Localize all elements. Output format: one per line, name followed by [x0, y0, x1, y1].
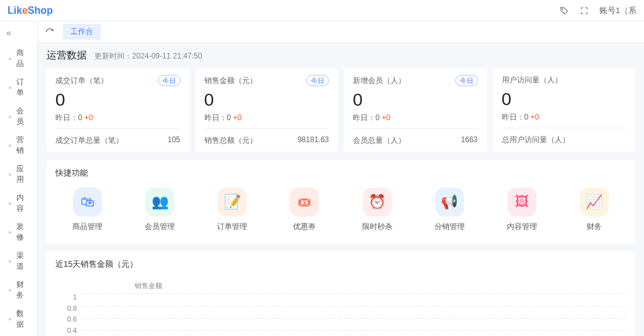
card-foot-value: 1663 [461, 135, 478, 146]
card-value: 0 [55, 90, 180, 110]
shortcuts-title: 快捷功能 [55, 167, 626, 179]
card-value: 0 [353, 90, 478, 110]
shortcut-1[interactable]: 👥会员管理 [131, 188, 188, 232]
sidebar-item-6[interactable]: ▫装修 [0, 218, 37, 247]
account-label[interactable]: 账号1（系 [599, 5, 636, 16]
shortcut-icon: 📢 [435, 188, 464, 216]
sidebar-icon: ▫ [6, 113, 14, 120]
card-yesterday: 昨日：0 +0 [204, 113, 330, 123]
sidebar-icon: ▫ [6, 142, 14, 149]
shortcut-4[interactable]: ⏰限时秒杀 [349, 188, 406, 232]
shortcut-label: 订单管理 [217, 221, 247, 232]
sidebar-item-label: 内容 [16, 193, 31, 214]
sidebar-item-4[interactable]: ▫应用 [0, 160, 37, 189]
shortcut-3[interactable]: 🎟优惠券 [276, 188, 333, 232]
fullscreen-icon[interactable] [579, 6, 589, 16]
sidebar-icon: ▫ [6, 286, 14, 294]
stat-card-1: 销售金额（元）今日0昨日：0 +0销售总额（元）98181.63 [196, 69, 338, 152]
shortcut-icon: 🖼 [508, 188, 536, 216]
card-yesterday: 昨日：0 +0 [502, 112, 627, 123]
today-badge: 今日 [306, 75, 329, 86]
card-foot-label: 总用户访问量（人） [502, 135, 570, 145]
sidebar-item-label: 订单 [16, 77, 31, 98]
sidebar-item-label: 会员 [16, 106, 31, 127]
sidebar-item-label: 应用 [16, 164, 31, 185]
shortcut-5[interactable]: 📢分销管理 [421, 188, 478, 232]
shortcut-label: 会员管理 [145, 221, 175, 232]
sidebar-icon: ▫ [6, 199, 14, 207]
shortcuts-row: 🛍商品管理👥会员管理📝订单管理🎟优惠券⏰限时秒杀📢分销管理🖼内容管理📈财务 [55, 188, 626, 236]
shortcut-icon: 🎟 [290, 188, 319, 216]
logo-part-l: Lik [8, 5, 22, 16]
sidebar-icon: ▫ [6, 171, 14, 178]
shortcut-label: 限时秒杀 [362, 221, 392, 232]
shortcut-label: 内容管理 [507, 221, 537, 232]
shortcut-0[interactable]: 🛍商品管理 [59, 188, 116, 232]
sidebar-collapse-button[interactable]: « [0, 25, 37, 44]
shortcuts-panel: 快捷功能 🛍商品管理👥会员管理📝订单管理🎟优惠券⏰限时秒杀📢分销管理🖼内容管理📈… [47, 160, 635, 244]
stat-card-0: 成交订单（笔）今日0昨日：0 +0成交订单总量（笔）105 [47, 69, 189, 152]
sidebar-item-2[interactable]: ▫会员 [0, 102, 37, 131]
shortcut-label: 优惠券 [293, 221, 316, 232]
shortcut-2[interactable]: 📝订单管理 [204, 188, 260, 232]
tab-workbench[interactable]: 工作台 [63, 24, 101, 40]
sidebar-icon: ▫ [6, 257, 14, 265]
card-title: 用户访问量（人） [502, 75, 562, 86]
card-value: 0 [502, 89, 627, 109]
card-title: 销售金额（元） [204, 76, 257, 86]
shortcut-icon: ⏰ [363, 188, 392, 216]
sidebar-item-label: 财务 [16, 279, 31, 301]
chart-title: 近15天销售金额（元） [55, 259, 626, 270]
sidebar-item-5[interactable]: ▫内容 [0, 189, 37, 218]
overview-title: 运营数据 [47, 49, 87, 62]
shortcut-6[interactable]: 🖼内容管理 [494, 188, 550, 232]
tag-icon[interactable] [559, 6, 569, 16]
sidebar-item-8[interactable]: ▫财务 [0, 276, 37, 305]
sidebar-item-9[interactable]: ▫数据 [0, 305, 37, 333]
sidebar-item-7[interactable]: ▫渠道 [0, 247, 37, 276]
overview-cards: 成交订单（笔）今日0昨日：0 +0成交订单总量（笔）105销售金额（元）今日0昨… [47, 69, 635, 152]
card-title: 成交订单（笔） [55, 76, 108, 86]
stat-card-3: 用户访问量（人）0昨日：0 +0总用户访问量（人） [493, 69, 636, 152]
shortcut-icon: 📝 [218, 188, 247, 216]
card-yesterday: 昨日：0 +0 [55, 113, 180, 123]
sidebar-icon: ▫ [6, 84, 14, 91]
logo: LikeShop [8, 5, 53, 16]
overview-updated: 更新时间：2024-09-11 21:47:50 [94, 51, 202, 62]
shortcut-icon: 📈 [580, 188, 609, 216]
tab-label: 工作台 [70, 26, 93, 37]
sidebar-item-3[interactable]: ▫营销 [0, 131, 37, 160]
shortcut-label: 财务 [587, 221, 602, 232]
card-foot-value: 105 [167, 135, 180, 146]
tabbar: 工作台 [38, 21, 644, 43]
sidebar-item-0[interactable]: ▫商品 [0, 44, 37, 73]
sidebar: « ▫商品▫订单▫会员▫营销▫应用▫内容▫装修▫渠道▫财务▫数据▫设置▫系统▫个… [0, 21, 38, 336]
refresh-button[interactable] [43, 25, 57, 39]
logo-part-e: e [22, 5, 28, 16]
card-foot-value: 98181.63 [297, 135, 329, 146]
card-title: 新增会员（人） [353, 76, 406, 86]
overview-header: 运营数据 更新时间：2024-09-11 21:47:50 [47, 49, 635, 62]
sidebar-icon: ▫ [6, 55, 14, 62]
chart-panel: 近15天销售金额（元） 销售金额 10.80.60.40.20 08-2808-… [47, 251, 635, 336]
main-area: 工作台 运营数据 更新时间：2024-09-11 21:47:50 成交订单（笔… [38, 21, 644, 336]
sidebar-item-label: 商品 [16, 48, 31, 69]
sidebar-item-label: 装修 [16, 221, 31, 243]
header-right: 账号1（系 [559, 5, 636, 16]
sidebar-item-label: 渠道 [16, 250, 31, 272]
shortcut-7[interactable]: 📈财务 [566, 188, 623, 232]
chart-y-axis: 10.80.60.40.20 [57, 293, 80, 336]
sidebar-item-1[interactable]: ▫订单 [0, 73, 37, 102]
chart-plot: 08-2808-2908-3008-3109-0109-0209-0309-04… [80, 293, 625, 336]
sidebar-item-label: 数据 [16, 308, 31, 330]
card-foot-label: 会员总量（人） [353, 135, 406, 146]
card-foot-label: 销售总额（元） [204, 135, 257, 146]
sidebar-icon: ▫ [6, 315, 14, 323]
sidebar-icon: ▫ [6, 228, 14, 236]
shortcut-icon: 👥 [145, 188, 174, 216]
sidebar-item-label: 营销 [16, 135, 31, 156]
card-foot-label: 成交订单总量（笔） [55, 135, 123, 146]
sidebar-item-10[interactable]: ▫设置 [0, 333, 37, 336]
chart-legend: 销售金额 [135, 281, 625, 291]
today-badge: 今日 [158, 75, 180, 86]
